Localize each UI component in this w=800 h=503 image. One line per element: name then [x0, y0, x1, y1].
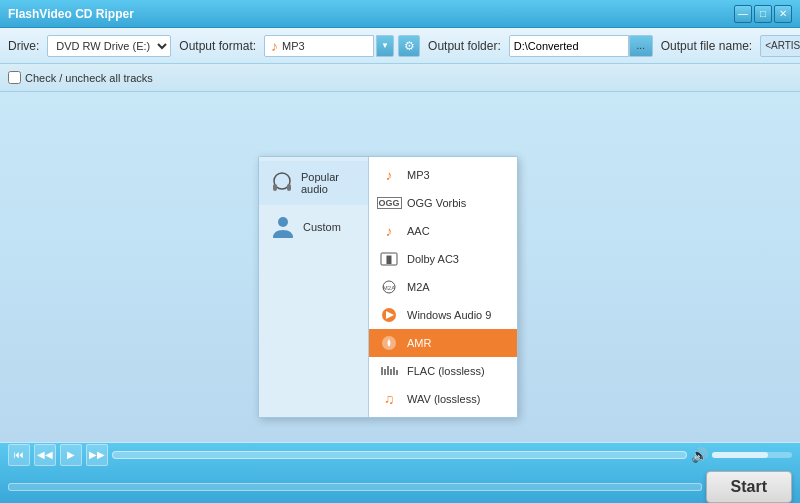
svg-rect-1: [273, 184, 277, 191]
headphones-icon: [269, 169, 295, 197]
format-item-m2a[interactable]: M2A M2A: [369, 273, 517, 301]
svg-text:M2A: M2A: [383, 285, 395, 291]
output-folder-group: D:\Converted ...: [509, 35, 653, 57]
play-button[interactable]: ▶: [60, 444, 82, 466]
aac-icon: ♪: [379, 223, 399, 239]
main-content: Popular audio Custom: [0, 92, 800, 442]
close-button[interactable]: ✕: [774, 5, 792, 23]
ac3-icon: ▐▌: [379, 251, 399, 267]
title-bar: FlashVideo CD Ripper — □ ✕: [0, 0, 800, 28]
format-wma-label: Windows Audio 9: [407, 309, 491, 321]
maximize-button[interactable]: □: [754, 5, 772, 23]
minimize-button[interactable]: —: [734, 5, 752, 23]
format-item-ac3[interactable]: ▐▌ Dolby AC3: [369, 245, 517, 273]
filename-label: Output file name:: [661, 39, 752, 53]
svg-text:▐▌: ▐▌: [384, 255, 394, 265]
start-button[interactable]: Start: [706, 471, 792, 503]
format-ogg-label: OGG Vorbis: [407, 197, 466, 209]
filename-group: <ARTIST>\<ALBUM>\<NUMBER ▼: [760, 35, 800, 57]
category-custom[interactable]: Custom: [259, 205, 368, 249]
check-all-label[interactable]: Check / uncheck all tracks: [8, 71, 153, 84]
main-toolbar: Drive: DVD RW Drive (E:) Output format: …: [0, 28, 800, 64]
tracks-toolbar: Check / uncheck all tracks: [0, 64, 800, 92]
output-folder-label: Output folder:: [428, 39, 501, 53]
dropdown-content: Popular audio Custom: [259, 157, 517, 417]
format-aac-label: AAC: [407, 225, 430, 237]
format-field: ♪ MP3 ▼ ⚙: [264, 35, 420, 57]
ogg-icon: OGG: [379, 195, 399, 211]
status-row: Start: [8, 471, 792, 503]
fastforward-button[interactable]: ▶▶: [86, 444, 108, 466]
wma-icon: [379, 307, 399, 323]
svg-rect-2: [287, 184, 291, 191]
format-mp3-label: MP3: [407, 169, 430, 181]
drive-select[interactable]: DVD RW Drive (E:): [47, 35, 171, 57]
format-item-amr[interactable]: AMR: [369, 329, 517, 357]
format-amr-label: AMR: [407, 337, 431, 349]
app-title: FlashVideo CD Ripper: [8, 7, 734, 21]
filename-value: <ARTIST>\<ALBUM>\<NUMBER: [765, 40, 800, 51]
format-ac3-label: Dolby AC3: [407, 253, 459, 265]
format-item-wma[interactable]: Windows Audio 9: [369, 301, 517, 329]
person-icon: [269, 213, 297, 241]
bottom-bar: ⏮ ◀◀ ▶ ▶▶ 🔊 Start: [0, 443, 800, 503]
flac-icon: [379, 363, 399, 379]
mp3-icon: ♪: [379, 167, 399, 183]
category-list: Popular audio Custom: [259, 157, 369, 417]
format-wav-label: WAV (lossless): [407, 393, 480, 405]
volume-slider[interactable]: [712, 452, 792, 458]
transport-row: ⏮ ◀◀ ▶ ▶▶ 🔊: [8, 444, 792, 466]
output-folder-field: D:\Converted: [509, 35, 629, 57]
format-settings-button[interactable]: ⚙: [398, 35, 420, 57]
check-all-text: Check / uncheck all tracks: [25, 72, 153, 84]
format-display: ♪ MP3: [264, 35, 374, 57]
filename-field: <ARTIST>\<ALBUM>\<NUMBER: [760, 35, 800, 57]
prev-button[interactable]: ⏮: [8, 444, 30, 466]
check-all-checkbox[interactable]: [8, 71, 21, 84]
format-value: MP3: [282, 40, 305, 52]
output-folder-value: D:\Converted: [514, 40, 579, 52]
rewind-button[interactable]: ◀◀: [34, 444, 56, 466]
status-bar: [8, 483, 702, 491]
format-flac-label: FLAC (lossless): [407, 365, 485, 377]
format-dropdown-button[interactable]: ▼: [376, 35, 394, 57]
browse-button[interactable]: ...: [629, 35, 653, 57]
format-dropdown-menu: Popular audio Custom: [258, 156, 518, 418]
wav-icon: ♫: [379, 391, 399, 407]
window-controls: — □ ✕: [734, 5, 792, 23]
format-m2a-label: M2A: [407, 281, 430, 293]
drive-label: Drive:: [8, 39, 39, 53]
format-item-mp3[interactable]: ♪ MP3: [369, 161, 517, 189]
svg-point-3: [278, 217, 288, 227]
format-item-ogg[interactable]: OGG OGG Vorbis: [369, 189, 517, 217]
amr-icon: [379, 335, 399, 351]
format-item-wav[interactable]: ♫ WAV (lossless): [369, 385, 517, 413]
m2a-icon: M2A: [379, 279, 399, 295]
volume-slider-fill: [712, 452, 768, 458]
progress-bar[interactable]: [112, 451, 687, 459]
format-label: Output format:: [179, 39, 256, 53]
format-item-flac[interactable]: FLAC (lossless): [369, 357, 517, 385]
category-custom-label: Custom: [303, 221, 341, 233]
format-item-aac[interactable]: ♪ AAC: [369, 217, 517, 245]
format-list: ♪ MP3 OGG OGG Vorbis ♪ AAC: [369, 157, 517, 417]
volume-icon: 🔊: [691, 447, 708, 463]
category-popular-audio-label: Popular audio: [301, 171, 358, 195]
category-popular-audio[interactable]: Popular audio: [259, 161, 368, 205]
